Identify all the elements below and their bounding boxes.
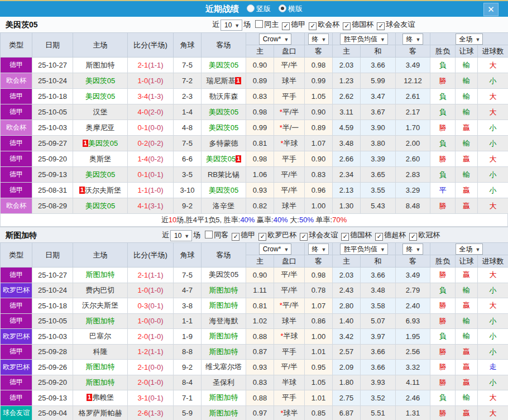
league-checkbox[interactable]: ✓ xyxy=(309,22,317,30)
away-team-name[interactable]: 维戈塞尔塔 xyxy=(205,362,242,371)
home-team-name[interactable]: 汉堡 xyxy=(93,108,108,116)
column-subheader: 胜负 xyxy=(430,45,456,58)
away-team-name[interactable]: 美因茨05 xyxy=(209,123,238,132)
home-team-name[interactable]: 斯图加特 xyxy=(86,270,115,279)
away-team-cell: 斯图加特 xyxy=(202,344,246,360)
league-type-cell: 德甲 xyxy=(1,298,32,314)
score-cell: 3-4(1-3) xyxy=(128,89,174,104)
league-checkbox[interactable]: ✓ xyxy=(232,233,239,241)
corners-cell: 8-4 xyxy=(174,375,202,390)
league-checkbox[interactable]: ✓ xyxy=(258,233,266,241)
score-cell: 1-0(1-0) xyxy=(128,283,174,298)
match-row: 德甲25-10-27斯图加特2-1(1-1)7-5美因茨050.90平/半0.9… xyxy=(1,58,508,73)
bookmaker-select[interactable]: Crow*▼ xyxy=(259,34,292,45)
final-odds-select[interactable]: 终▼ xyxy=(308,244,329,255)
home-team-name[interactable]: 费内巴切 xyxy=(86,286,115,294)
league-checkbox[interactable]: ✓ xyxy=(341,233,349,241)
away-team-name[interactable]: 圣保利 xyxy=(213,378,234,386)
avg-draw-cell: 3.65 xyxy=(361,167,396,183)
handicap-cell: 平/半 xyxy=(274,58,305,73)
layout-radio-vertical[interactable]: 竖版 xyxy=(242,4,271,14)
avg-odds-select[interactable]: 胜平负均值▼ xyxy=(340,244,388,255)
home-team-name[interactable]: 美因茨05 xyxy=(85,92,115,101)
fulltime-score: 1-4 xyxy=(137,155,148,163)
league-checkbox[interactable]: ✓ xyxy=(343,22,351,30)
away-team-cell: 海登海默 xyxy=(202,313,246,329)
period-select[interactable]: 全场▼ xyxy=(456,34,483,45)
away-team-name[interactable]: 美因茨05 xyxy=(209,270,238,279)
away-team-name[interactable]: 斯图加特 xyxy=(209,347,238,356)
home-team-name[interactable]: 美因茨05 xyxy=(85,77,115,85)
away-team-name[interactable]: 斯图加特 xyxy=(209,332,238,340)
away-team-name[interactable]: 勒沃库森 xyxy=(209,92,238,101)
column-subheader: 让球 xyxy=(456,45,478,58)
same-venue-checkbox[interactable] xyxy=(205,231,213,238)
away-team-name[interactable]: 美因茨05 xyxy=(209,108,238,116)
away-team-name[interactable]: 美因茨05 xyxy=(209,61,238,69)
league-checkbox[interactable]: ✓ xyxy=(409,233,417,241)
away-odds-cell: 0.95 xyxy=(305,360,333,375)
select-value: 终 xyxy=(312,35,319,43)
handicap-result-cell: 輸 xyxy=(456,167,478,183)
league-checkbox[interactable]: ✓ xyxy=(375,233,383,241)
avg-home-cell: 2.34 xyxy=(333,167,361,183)
period-select[interactable]: 全场▼ xyxy=(456,244,483,255)
match-count-select[interactable]: 10▼ xyxy=(170,230,192,241)
home-team-cell: 美因茨05 xyxy=(73,198,128,214)
league-checkbox[interactable]: ✓ xyxy=(300,233,308,241)
final-avg-select[interactable]: 终▼ xyxy=(402,244,424,255)
away-team-name[interactable]: 多特蒙德 xyxy=(209,139,238,147)
away-team-name[interactable]: 斯图加特 xyxy=(209,301,238,309)
league-type-cell: 德甲 xyxy=(1,151,32,167)
column-subheader: 主 xyxy=(333,255,361,268)
avg-draw-cell: 3.66 xyxy=(361,360,396,375)
home-team-name[interactable]: 奥斯堡 xyxy=(89,155,111,163)
away-odds-cell: 0.85 xyxy=(305,405,333,420)
bookmaker-select[interactable]: Crow*▼ xyxy=(259,244,292,255)
home-team-name[interactable]: 斯图加特 xyxy=(86,317,115,325)
radio-icon xyxy=(279,4,286,12)
corners-cell: 1-4 xyxy=(174,104,202,120)
final-avg-select[interactable]: 终▼ xyxy=(402,34,424,45)
score-cell: 1-1(1-0) xyxy=(128,183,174,198)
away-team-name[interactable]: RB莱比锡 xyxy=(208,170,239,179)
column-subheader: 主 xyxy=(246,255,274,268)
home-team-name[interactable]: 斯图加特 xyxy=(86,61,115,69)
away-team-name[interactable]: 美因茨05 xyxy=(206,155,236,163)
home-team-cell: 1弗赖堡 xyxy=(73,390,128,406)
home-team-name[interactable]: 奥摩尼亚 xyxy=(86,123,115,132)
avg-odds-select[interactable]: 胜平负均值▼ xyxy=(340,34,388,45)
league-type-cell: 德甲 xyxy=(1,167,32,183)
home-team-name[interactable]: 美因茨05 xyxy=(85,202,115,210)
match-date: 25-10-05 xyxy=(32,104,73,120)
away-team-name[interactable]: 海登海默 xyxy=(209,317,238,325)
home-team-name[interactable]: 弗赖堡 xyxy=(92,393,114,402)
home-team-name[interactable]: 巴塞尔 xyxy=(89,332,111,340)
league-checkbox[interactable]: ✓ xyxy=(377,22,385,30)
layout-radio-horizontal[interactable]: 横版 xyxy=(274,4,303,14)
away-team-name[interactable]: 美因茨05 xyxy=(209,186,238,194)
home-team-name[interactable]: 沃尔夫斯堡 xyxy=(85,186,121,194)
match-count-select[interactable]: 10▼ xyxy=(221,20,242,31)
away-team-name[interactable]: 洛辛堡 xyxy=(213,202,234,210)
same-venue-checkbox[interactable] xyxy=(255,20,263,28)
close-icon[interactable]: ✕ xyxy=(483,3,499,16)
match-row: 欧会杯25-10-24美因茨051-0(1-0)7-2瑞尼斯基10.89球半0.… xyxy=(1,73,508,89)
home-team-name[interactable]: 科隆 xyxy=(93,347,108,356)
avg-home-cell: 2.62 xyxy=(333,89,361,104)
league-checkbox-label: 欧罗巴杯 xyxy=(267,231,296,239)
final-odds-select[interactable]: 终▼ xyxy=(308,34,329,45)
away-team-name[interactable]: 斯图加特 xyxy=(209,286,238,294)
home-team-name[interactable]: 斯图加特 xyxy=(86,362,115,371)
home-team-name[interactable]: 美因茨05 xyxy=(85,170,115,179)
away-team-name[interactable]: 斯图加特 xyxy=(209,393,238,402)
home-team-name[interactable]: 美因茨05 xyxy=(88,139,118,147)
league-checkbox[interactable]: ✓ xyxy=(282,22,290,30)
away-odds-cell: 1.07 xyxy=(305,298,333,314)
away-team-cell: 美因茨05 xyxy=(202,120,246,136)
home-team-name[interactable]: 沃尔夫斯堡 xyxy=(82,301,118,309)
home-team-name[interactable]: 斯图加特 xyxy=(86,378,115,386)
away-team-name[interactable]: 瑞尼斯基 xyxy=(206,77,235,85)
away-team-name[interactable]: 斯图加特 xyxy=(209,409,238,417)
home-team-name[interactable]: 格罗萨斯帕赫 xyxy=(79,409,122,417)
